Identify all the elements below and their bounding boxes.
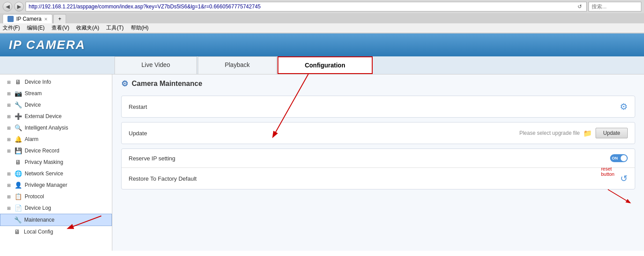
icon-device: 🔧	[14, 101, 22, 109]
icon-intelligent-analysis: 🔍	[14, 124, 22, 132]
new-tab-icon: +	[58, 16, 61, 22]
icon-protocol: 📋	[14, 193, 22, 200]
expand-icon-device: ⊞	[7, 103, 11, 108]
sidebar-item-external-device[interactable]: ⊞ ➕ External Device	[0, 111, 112, 122]
settings-icon: ⚙	[121, 79, 128, 89]
folder-icon[interactable]: 📁	[583, 129, 592, 137]
app-logo: IP CAMERA	[9, 38, 85, 52]
sidebar: ⊞ 🖥 Device Info ⊞ 📷 Stream ⊞ 🔧 Device ⊞ …	[0, 74, 112, 251]
icon-local-config: 🖥	[13, 228, 21, 236]
sidebar-item-local-config[interactable]: 🖥 Local Config	[0, 226, 112, 237]
tab-close-button[interactable]: ✕	[44, 17, 48, 22]
menu-file[interactable]: 文件(F)	[3, 24, 20, 32]
tab-configuration-label: Configuration	[305, 62, 345, 69]
expand-icon-privilege-manager: ⊞	[7, 183, 11, 188]
label-device-info: Device Info	[25, 79, 51, 85]
tab-playback-label: Playback	[225, 61, 250, 68]
icon-maintenance: 🔧	[14, 216, 22, 224]
menu-edit[interactable]: 编辑(E)	[27, 24, 44, 32]
label-maintenance: Maintenance	[24, 217, 55, 223]
label-external-device: External Device	[25, 113, 62, 119]
sidebar-item-protocol[interactable]: ⊞ 📋 Protocol	[0, 191, 112, 202]
menu-help[interactable]: 帮助(H)	[131, 24, 149, 32]
label-local-config: Local Config	[24, 229, 53, 235]
url-text: http://192.168.1.221/asppage/common/inde…	[29, 4, 576, 10]
icon-device-log: 📄	[14, 204, 22, 212]
expand-icon-network-service: ⊞	[7, 171, 11, 176]
restart-label: Restart	[129, 104, 614, 110]
sidebar-item-device-log[interactable]: ⊞ 📄 Device Log	[0, 202, 112, 214]
menu-favorites[interactable]: 收藏夹(A)	[76, 24, 99, 32]
refresh-button[interactable]: ↺	[576, 3, 584, 11]
menu-tools[interactable]: 工具(T)	[106, 24, 123, 32]
content-area: ⚙ Camera Maintenance Restart ⚙ Update Pl…	[112, 74, 644, 251]
toggle-knob	[621, 155, 627, 161]
reserve-ip-card: Reserve IP setting Restore To Factory De…	[121, 148, 635, 189]
browser-tab-active[interactable]: IP Camera ✕	[3, 14, 52, 23]
label-privacy-masking: Privacy Masking	[25, 159, 63, 165]
factory-reset-button[interactable]: ↺	[620, 173, 628, 184]
sidebar-item-privilege-manager[interactable]: ⊞ 👤 Privilege Manager	[0, 179, 112, 191]
label-protocol: Protocol	[25, 193, 44, 200]
sidebar-item-privacy-masking[interactable]: ⊞ 🖥 Privacy Masking	[0, 156, 112, 168]
url-bar[interactable]: http://192.168.1.221/asppage/common/inde…	[26, 2, 587, 11]
tab-configuration[interactable]: Configuration	[278, 56, 373, 74]
icon-privacy-masking: 🖥	[14, 158, 22, 166]
label-intelligent-analysis: Intelligent Analysis	[25, 125, 68, 131]
tab-title: IP Camera	[16, 16, 41, 22]
update-button[interactable]: Update	[596, 128, 628, 138]
expand-icon-alarm: ⊞	[7, 137, 11, 142]
back-button[interactable]: ◀	[3, 2, 12, 11]
tab-favicon	[7, 16, 14, 22]
factory-default-row: Restore To Factory Default reset button …	[122, 167, 635, 189]
app-header: IP CAMERA	[0, 33, 644, 56]
expand-icon-device-info: ⊞	[7, 80, 11, 85]
reset-annotation: reset button	[601, 166, 614, 177]
tab-playback[interactable]: Playback	[198, 56, 277, 74]
browser-toolbar: ◀ ▶ http://192.168.1.221/asppage/common/…	[0, 0, 644, 13]
expand-icon-protocol: ⊞	[7, 194, 11, 199]
expand-icon-stream: ⊞	[7, 91, 11, 96]
sidebar-item-alarm[interactable]: ⊞ 🔔 Alarm	[0, 134, 112, 145]
expand-icon-external-device: ⊞	[7, 114, 11, 119]
update-row: Update Please select upgrade file 📁 Upda…	[122, 122, 635, 144]
app-wrapper: IP CAMERA Live Video Playback Configurat…	[0, 33, 644, 251]
main-layout: ⊞ 🖥 Device Info ⊞ 📷 Stream ⊞ 🔧 Device ⊞ …	[0, 74, 644, 251]
update-card: Update Please select upgrade file 📁 Upda…	[121, 122, 635, 144]
tab-live-video-label: Live Video	[141, 61, 170, 68]
tab-live-video[interactable]: Live Video	[115, 56, 197, 74]
label-network-service: Network Service	[25, 171, 63, 177]
sidebar-item-device-record[interactable]: ⊞ 💾 Device Record	[0, 145, 112, 156]
icon-external-device: ➕	[14, 112, 22, 120]
sidebar-item-maintenance[interactable]: 🔧 Maintenance	[0, 214, 112, 226]
icon-network-service: 🌐	[14, 170, 22, 178]
restart-row: Restart ⚙	[122, 96, 635, 117]
restart-gear-icon[interactable]: ⚙	[620, 101, 628, 112]
label-device-record: Device Record	[25, 148, 59, 154]
sidebar-item-device[interactable]: ⊞ 🔧 Device	[0, 99, 112, 111]
update-action: Please select upgrade file 📁 Update	[519, 128, 628, 138]
icon-device-info: 🖥	[14, 78, 22, 86]
content-title: Camera Maintenance	[132, 80, 202, 88]
reserve-ip-row: Reserve IP setting	[122, 149, 635, 167]
browser-chrome: ◀ ▶ http://192.168.1.221/asppage/common/…	[0, 0, 644, 33]
icon-alarm: 🔔	[14, 135, 22, 143]
sidebar-item-stream[interactable]: ⊞ 📷 Stream	[0, 88, 112, 99]
sidebar-item-device-info[interactable]: ⊞ 🖥 Device Info	[0, 76, 112, 88]
browser-menu: 文件(F) 编辑(E) 查看(V) 收藏夹(A) 工具(T) 帮助(H)	[0, 23, 644, 33]
sidebar-item-network-service[interactable]: ⊞ 🌐 Network Service	[0, 168, 112, 179]
search-input[interactable]	[588, 2, 641, 11]
expand-icon-intelligent-analysis: ⊞	[7, 126, 11, 130]
factory-default-label: Restore To Factory Default	[129, 175, 615, 182]
browser-tab-new[interactable]: +	[53, 14, 66, 23]
label-device-log: Device Log	[25, 205, 51, 211]
reserve-ip-toggle[interactable]	[610, 154, 628, 162]
expand-icon-device-record: ⊞	[7, 148, 11, 153]
forward-button[interactable]: ▶	[14, 2, 24, 11]
menu-view[interactable]: 查看(V)	[52, 24, 69, 32]
label-alarm: Alarm	[25, 136, 38, 142]
sidebar-item-intelligent-analysis[interactable]: ⊞ 🔍 Intelligent Analysis	[0, 122, 112, 134]
nav-tabs: Live Video Playback Configuration	[0, 56, 644, 74]
expand-icon-device-log: ⊞	[7, 206, 11, 211]
update-label: Update	[129, 130, 514, 137]
